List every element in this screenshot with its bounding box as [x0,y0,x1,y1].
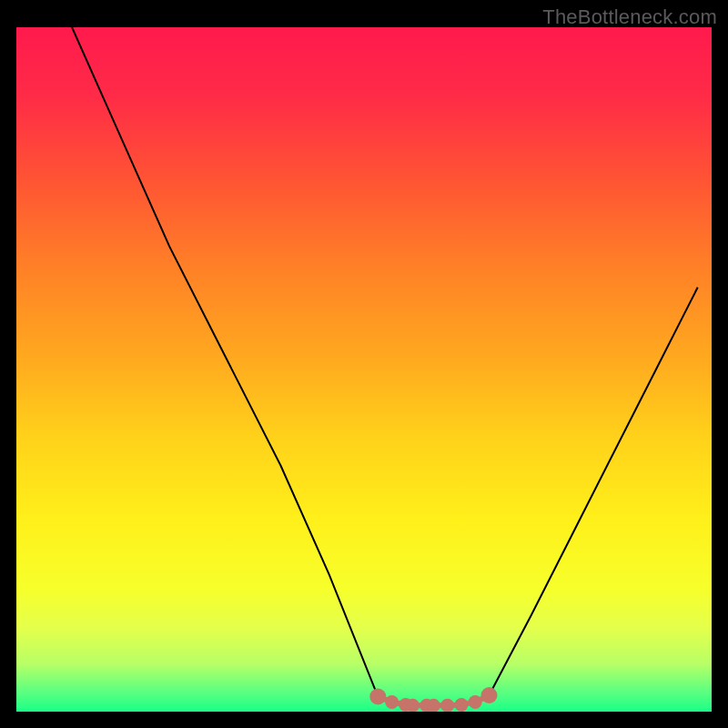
valley-marker-dot [481,687,498,703]
valley-marker-dot [440,699,454,713]
valley-marker-dot [406,699,420,713]
valley-marker-dot [427,699,440,713]
chart-stage: TheBottleneck.com [0,0,728,728]
valley-marker-dot [369,689,386,705]
valley-marker-dot [455,698,469,712]
bottleneck-chart [0,0,728,728]
valley-marker-dot [385,695,399,709]
watermark-text: TheBottleneck.com [542,5,717,29]
valley-marker-dot [469,695,482,709]
gradient-background [16,27,712,712]
